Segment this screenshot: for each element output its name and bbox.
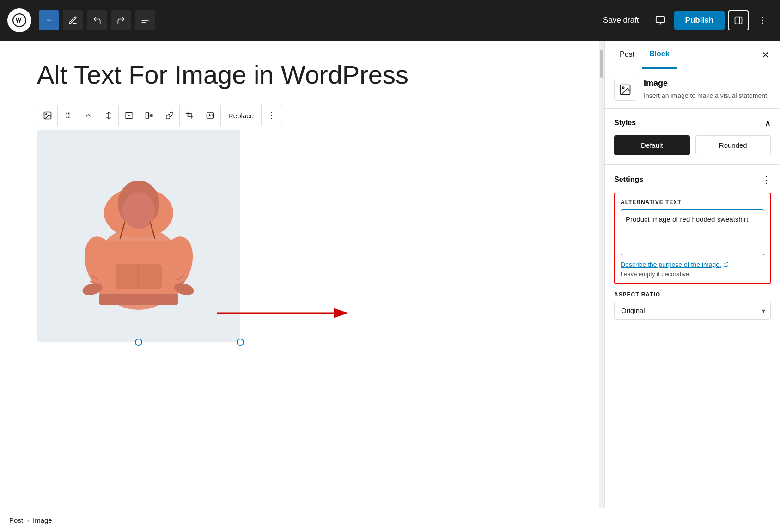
main-toolbar: + Save draft Publish: [0, 0, 780, 41]
preview-button[interactable]: [650, 10, 670, 30]
undo-button[interactable]: [87, 10, 107, 30]
post-title: Alt Text For Image in WordPress: [37, 59, 562, 90]
align-btn[interactable]: [98, 105, 119, 126]
style-buttons: Default Rounded: [614, 135, 771, 155]
svg-point-12: [45, 114, 47, 115]
block-description: Image Insert an image to make a visual s…: [644, 79, 769, 101]
alt-text-help-link[interactable]: Describe the purpose of the image.: [621, 261, 729, 268]
wp-logo[interactable]: [7, 8, 31, 32]
resize-handle-bottom-center[interactable]: [135, 339, 142, 346]
add-block-button[interactable]: +: [39, 10, 59, 30]
block-type-icon: [614, 79, 636, 101]
svg-point-9: [762, 20, 763, 21]
crop-btn[interactable]: [180, 105, 200, 126]
aspect-ratio-section: ASPECT RATIO Original 16:9 4:3 1:1 3:4 9…: [605, 291, 780, 329]
alt-text-section: ALTERNATIVE TEXT Product image of red ho…: [614, 193, 771, 284]
move-btn[interactable]: [78, 105, 98, 126]
svg-rect-6: [735, 17, 742, 24]
styles-label: Styles: [614, 119, 636, 127]
svg-point-8: [762, 17, 763, 18]
justify-btn[interactable]: [119, 105, 139, 126]
edit-button[interactable]: [63, 10, 83, 30]
settings-more-button[interactable]: ⋮: [762, 174, 771, 185]
svg-rect-31: [99, 294, 178, 305]
image-container: [37, 130, 240, 342]
list-view-button[interactable]: [135, 10, 155, 30]
link-btn[interactable]: [159, 105, 180, 126]
breadcrumb-image: Image: [33, 516, 52, 524]
aspect-ratio-label: ASPECT RATIO: [614, 291, 771, 298]
svg-point-10: [762, 23, 763, 24]
alt-text-label: ALTERNATIVE TEXT: [621, 199, 764, 206]
publish-button[interactable]: Publish: [674, 11, 725, 30]
redo-button[interactable]: [111, 10, 131, 30]
aspect-ratio-select-wrapper: Original 16:9 4:3 1:1 3:4 9:16 ▾: [614, 302, 771, 320]
settings-label: Settings: [614, 175, 643, 184]
svg-line-44: [725, 263, 728, 266]
media-text-btn[interactable]: [139, 105, 159, 126]
aspect-ratio-select[interactable]: Original 16:9 4:3 1:1 3:4 9:16: [614, 302, 771, 320]
block-more-options-button[interactable]: ⋮: [262, 105, 282, 126]
save-draft-button[interactable]: Save draft: [596, 12, 646, 29]
main-area: Alt Text For Image in WordPress ⠿: [0, 41, 780, 508]
settings-section: Settings ⋮ ALTERNATIVE TEXT Product imag…: [605, 165, 780, 329]
resize-handle-bottom-right[interactable]: [237, 339, 244, 346]
block-info: Image Insert an image to make a visual s…: [605, 69, 780, 109]
alt-text-hint: Leave empty if decorative.: [621, 271, 764, 278]
block-name: Image: [644, 79, 769, 88]
styles-section: Styles ∧ Default Rounded: [605, 109, 780, 165]
drag-handle-btn[interactable]: ⠿: [58, 105, 78, 126]
svg-rect-3: [656, 17, 664, 23]
alt-text-btn[interactable]: [200, 105, 220, 126]
settings-section-header: Settings ⋮: [605, 165, 780, 193]
breadcrumb-separator: ›: [27, 516, 29, 524]
arrow-indicator: [213, 299, 360, 327]
sidebar-close-button[interactable]: ✕: [758, 48, 773, 62]
image-block-toolbar: ⠿ Replace ⋮: [37, 105, 282, 126]
alt-text-input[interactable]: Product image of red hooded sweatshirt: [621, 209, 764, 255]
replace-button[interactable]: Replace: [220, 105, 262, 126]
svg-point-26: [122, 192, 155, 229]
editor-area: Alt Text For Image in WordPress ⠿: [0, 41, 599, 508]
svg-point-43: [622, 87, 624, 89]
image-icon-btn[interactable]: [37, 105, 58, 126]
style-rounded-button[interactable]: Rounded: [695, 135, 771, 155]
image-block[interactable]: [37, 130, 240, 342]
svg-rect-15: [146, 113, 148, 118]
editor-scroll-thumb: [600, 50, 603, 78]
breadcrumb: Post › Image: [0, 508, 780, 532]
tab-block[interactable]: Block: [642, 41, 677, 69]
sidebar-toggle-button[interactable]: [728, 10, 749, 30]
breadcrumb-post[interactable]: Post: [9, 516, 23, 524]
tab-post[interactable]: Post: [612, 41, 642, 69]
more-options-button[interactable]: [752, 10, 773, 30]
sidebar-tabs: Post Block ✕: [605, 41, 780, 69]
sidebar: Post Block ✕ Image Insert an image to ma…: [604, 41, 780, 508]
styles-section-header: Styles ∧: [614, 118, 771, 128]
block-desc-text: Insert an image to make a visual stateme…: [644, 91, 769, 101]
editor-scrollbar[interactable]: [599, 41, 604, 508]
style-default-button[interactable]: Default: [614, 135, 690, 155]
styles-collapse-button[interactable]: ∧: [765, 118, 771, 128]
